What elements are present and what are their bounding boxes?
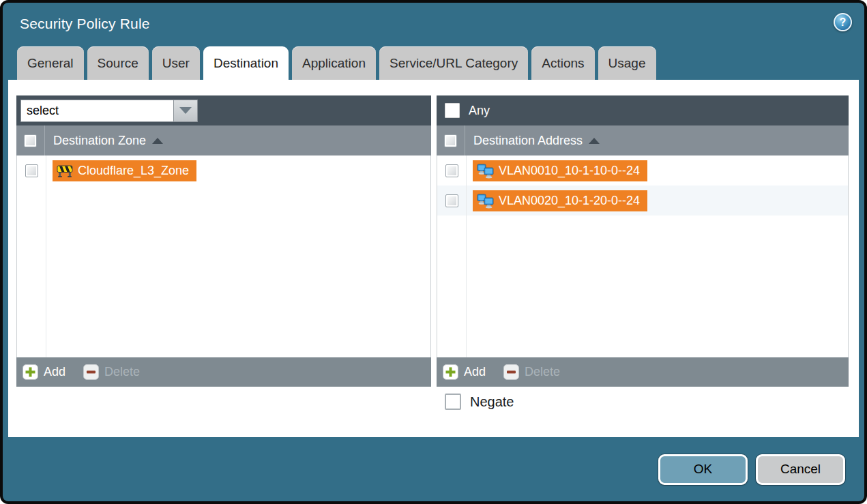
negate-row: Negate xyxy=(445,394,514,410)
add-icon xyxy=(443,364,458,380)
tab-application[interactable]: Application xyxy=(292,46,376,80)
zone-filter-dropdown-button[interactable] xyxy=(173,100,198,122)
any-bar: Any xyxy=(437,95,849,125)
tab-user[interactable]: User xyxy=(152,46,200,80)
zone-filter-bar xyxy=(16,95,431,125)
zone-row-checkbox[interactable] xyxy=(25,164,38,177)
titlebar: Security Policy Rule ? xyxy=(3,3,864,45)
delete-icon xyxy=(503,364,519,380)
address-item[interactable]: VLAN0010_10-1-10-0--24 xyxy=(473,160,647,181)
address-icon xyxy=(477,193,494,209)
destination-zone-panel: Destination Zone xyxy=(16,95,431,387)
tab-actions[interactable]: Actions xyxy=(531,46,594,80)
address-item-label: VLAN0020_10-1-20-0--24 xyxy=(499,194,640,208)
table-row: VLAN0010_10-1-10-0--24 xyxy=(437,155,848,186)
negate-label: Negate xyxy=(470,394,514,410)
sort-ascending-icon xyxy=(589,138,600,144)
tab-service-url-category[interactable]: Service/URL Category xyxy=(379,46,528,80)
any-checkbox[interactable] xyxy=(445,103,460,118)
dialog-footer: OK Cancel xyxy=(3,437,864,501)
sort-ascending-icon xyxy=(152,138,163,144)
chevron-down-icon xyxy=(179,107,192,114)
tab-bar: General Source User Destination Applicat… xyxy=(17,46,656,80)
add-icon xyxy=(23,364,38,380)
help-icon[interactable]: ? xyxy=(834,13,852,31)
address-item[interactable]: VLAN0020_10-1-20-0--24 xyxy=(473,190,647,211)
table-row: Cloudflare_L3_Zone xyxy=(17,155,430,186)
address-add-button[interactable]: Add xyxy=(443,364,486,380)
cancel-button[interactable]: Cancel xyxy=(756,454,845,485)
address-select-all-checkbox[interactable] xyxy=(444,134,457,147)
zone-select-all-checkbox[interactable] xyxy=(24,134,37,147)
tab-usage[interactable]: Usage xyxy=(598,46,656,80)
zone-icon xyxy=(57,163,73,178)
any-label: Any xyxy=(469,104,490,118)
tab-source[interactable]: Source xyxy=(87,46,149,80)
zone-item[interactable]: Cloudflare_L3_Zone xyxy=(53,160,196,181)
address-item-label: VLAN0010_10-1-10-0--24 xyxy=(499,164,640,178)
zone-item-label: Cloudflare_L3_Zone xyxy=(78,164,189,178)
address-panel-footer: Add Delete xyxy=(437,357,849,387)
address-column-header: Destination Address xyxy=(437,125,849,155)
zone-column-header: Destination Zone xyxy=(16,125,431,155)
zone-panel-footer: Add Delete xyxy=(16,357,431,387)
delete-icon xyxy=(83,364,99,380)
tab-destination[interactable]: Destination xyxy=(203,46,289,80)
dialog-title: Security Policy Rule xyxy=(20,16,150,32)
security-policy-rule-dialog: Security Policy Rule ? General Source Us… xyxy=(0,0,867,504)
zone-add-button[interactable]: Add xyxy=(23,364,65,380)
address-row-checkbox[interactable] xyxy=(445,194,458,207)
destination-address-panel: Any Destination Address xyxy=(437,95,849,387)
address-row-checkbox[interactable] xyxy=(445,164,458,177)
address-list: VLAN0010_10-1-10-0--24 xyxy=(437,155,849,357)
address-icon xyxy=(477,163,494,179)
ok-button[interactable]: OK xyxy=(658,454,748,485)
zone-filter-input[interactable] xyxy=(20,100,173,122)
tab-general[interactable]: General xyxy=(17,46,84,80)
destination-tab-content: Destination Zone xyxy=(8,80,859,437)
zone-delete-button[interactable]: Delete xyxy=(83,364,140,380)
address-delete-button[interactable]: Delete xyxy=(503,364,560,380)
negate-checkbox[interactable] xyxy=(445,394,461,410)
zone-list: Cloudflare_L3_Zone xyxy=(16,155,431,357)
zone-column-title[interactable]: Destination Zone xyxy=(53,134,146,148)
table-row: VLAN0020_10-1-20-0--24 xyxy=(437,186,848,216)
address-column-title[interactable]: Destination Address xyxy=(473,134,583,148)
